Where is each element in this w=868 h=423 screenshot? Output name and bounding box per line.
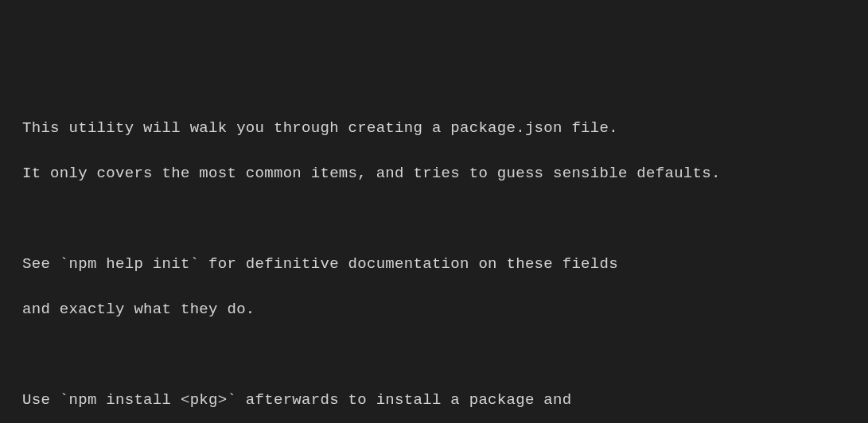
intro-line-5: Use `npm install <pkg>` afterwards to in…	[22, 389, 846, 412]
intro-line-2: It only covers the most common items, an…	[22, 162, 846, 185]
intro-line-1: This utility will walk you through creat…	[22, 117, 846, 140]
intro-line-4: and exactly what they do.	[22, 298, 846, 321]
blank-line	[22, 208, 846, 231]
intro-line-3: See `npm help init` for definitive docum…	[22, 253, 846, 276]
terminal-output[interactable]: This utility will walk you through creat…	[22, 94, 846, 423]
blank-line	[22, 343, 846, 367]
